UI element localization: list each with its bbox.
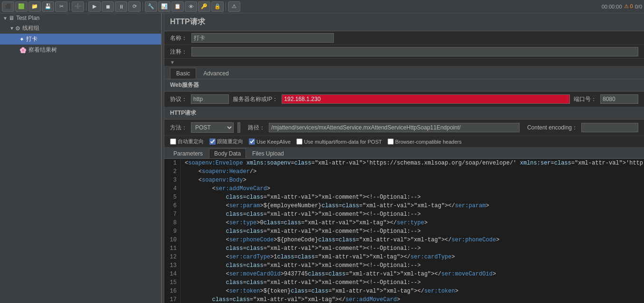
line-content-13: class=class="xml-attr-val">"xml-comment"… (185, 261, 644, 270)
view-results-icon: 🌸 (19, 47, 27, 54)
keep-alive-checkbox[interactable] (249, 138, 255, 145)
toolbar-report[interactable]: 📋 (171, 1, 184, 12)
code-line-17: 17 class=class="xml-attr-val">"xml-tag">… (164, 295, 644, 303)
toolbar-settings[interactable]: 🔧 (145, 1, 157, 12)
code-editor[interactable]: 1<soapenv:Envelope xmlns:soapenv=class="… (164, 159, 644, 303)
web-server-section: Web服务器 (164, 79, 644, 92)
checkbox-browser-compat[interactable]: Browser-compatible headers (388, 138, 462, 145)
method-dropdown-arrow[interactable] (237, 122, 240, 133)
line-number-1: 1 (164, 159, 181, 167)
toolbar-run[interactable]: ▶ (88, 1, 101, 12)
line-content-9: class=class="xml-attr-val">"xml-comment"… (185, 227, 644, 236)
auto-redirect-checkbox[interactable] (170, 138, 176, 145)
line-content-4: <ser:addMoveCard> (185, 184, 644, 193)
separator-3 (142, 2, 143, 11)
toolbar-btn-1[interactable]: ⬛ (2, 1, 14, 12)
line-content-2: <soapenv:Header/> (185, 167, 644, 176)
checkbox-keep-alive[interactable]: Use KeepAlive (249, 138, 291, 145)
line-number-11: 11 (164, 244, 181, 253)
line-number-10: 10 (164, 236, 181, 244)
line-content-1: <soapenv:Envelope xmlns:soapenv=class="x… (185, 159, 644, 167)
http-request-section: HTTP请求 (164, 107, 644, 119)
method-select[interactable]: POST GET PUT DELETE (191, 122, 234, 133)
server-name-label: 服务器名称或IP： (233, 95, 278, 103)
server-row: 协议： 服务器名称或IP： 端口号： (164, 92, 644, 107)
toolbar-warning[interactable]: ⚠ (228, 1, 240, 12)
encoding-input[interactable] (581, 123, 638, 132)
code-line-8: 8 <ser:type>0class=class="xml-attr-val">… (164, 219, 644, 227)
path-label: 路径： (248, 124, 265, 132)
port-label: 端口号： (574, 95, 597, 103)
line-content-6: <ser:param>${employeeNumber}class=class=… (185, 202, 644, 210)
sidebar-item-label: Test Plan (16, 15, 39, 21)
code-line-3: 3 <soapenv:Body> (164, 176, 644, 184)
line-content-8: <ser:type>0class=class="xml-attr-val">"x… (185, 219, 644, 227)
toolbar: ⬛ 🟩 📁 💾 ✂ ➕ ▶ ⏹ ⏸ ⟳ 🔧 📊 📋 👁 🔑 🔒 ⚠ 00:00:… (0, 0, 644, 13)
server-name-input[interactable] (282, 94, 570, 104)
toolbar-time: 00:00:00 (602, 4, 622, 9)
path-input[interactable] (269, 123, 520, 132)
checkbox-follow-redirect[interactable]: 跟随重定向 (209, 138, 243, 145)
sidebar-item-punch-card[interactable]: ✦ 打卡 (0, 34, 161, 45)
browser-compat-checkbox[interactable] (388, 138, 394, 145)
sidebar-item-test-plan[interactable]: ▼ 🖥 Test Plan (0, 13, 161, 23)
sidebar-item-thread-group[interactable]: ▼ ⚙ 线程组 (0, 23, 161, 34)
name-input[interactable] (191, 33, 334, 43)
comment-label: 注释： (170, 48, 191, 56)
port-input[interactable] (600, 94, 638, 104)
tab-advanced[interactable]: Advanced (197, 68, 235, 79)
code-line-15: 15 class=class="xml-attr-val">"xml-comme… (164, 278, 644, 287)
collapse-arrow[interactable]: ▼ (164, 59, 644, 66)
toolbar-btn-3[interactable]: 📁 (28, 1, 41, 12)
line-number-17: 17 (164, 295, 181, 303)
toolbar-key[interactable]: 🔑 (198, 1, 210, 12)
toolbar-pause[interactable]: ⏸ (115, 1, 127, 12)
line-content-10: <ser:phoneCode>${phoneCode}class=class="… (185, 236, 644, 244)
code-line-12: 12 <ser:cardType>1class=class="xml-attr-… (164, 253, 644, 261)
tab-basic[interactable]: Basic (170, 68, 196, 79)
code-line-10: 10 <ser:phoneCode>${phoneCode}class=clas… (164, 236, 644, 244)
code-line-9: 9 class=class="xml-attr-val">"xml-commen… (164, 227, 644, 236)
punch-card-icon: ✦ (19, 36, 24, 43)
toolbar-counter: 0/0 (635, 4, 642, 9)
method-label: 方法： (170, 124, 187, 132)
toolbar-btn-4[interactable]: 💾 (42, 1, 54, 12)
line-number-3: 3 (164, 176, 181, 184)
code-line-2: 2 <soapenv:Header/> (164, 167, 644, 176)
follow-redirect-label: 跟随重定向 (217, 138, 243, 145)
checkbox-multipart[interactable]: Use multipart/form-data for POST (296, 138, 382, 145)
sidebar-item-label-4: 察看结果树 (28, 46, 57, 54)
toolbar-chart[interactable]: 📊 (158, 1, 170, 12)
toolbar-stop[interactable]: ⏹ (102, 1, 114, 12)
sub-tab-body-data[interactable]: Body Data (209, 148, 246, 158)
checkbox-auto-redirect[interactable]: 自动重定向 (170, 138, 204, 145)
code-line-7: 7 class=class="xml-attr-val">"xml-commen… (164, 210, 644, 219)
protocol-input[interactable] (191, 94, 229, 104)
sidebar-item-label-3: 打卡 (26, 35, 38, 43)
comment-row: 注释： (164, 45, 644, 59)
test-plan-icon: 🖥 (9, 15, 14, 21)
auto-redirect-label: 自动重定向 (178, 138, 204, 145)
sidebar-item-view-results[interactable]: 🌸 察看结果树 (0, 45, 161, 55)
line-number-6: 6 (164, 202, 181, 210)
toolbar-btn-add[interactable]: ➕ (72, 1, 84, 12)
toolbar-lock[interactable]: 🔒 (211, 1, 224, 12)
sub-tab-parameters[interactable]: Parameters (168, 148, 208, 158)
line-content-15: class=class="xml-attr-val">"xml-comment"… (185, 278, 644, 287)
toolbar-btn-5[interactable]: ✂ (55, 1, 67, 12)
sub-tab-files-upload[interactable]: Files Upload (247, 148, 289, 158)
comment-input[interactable] (191, 47, 638, 56)
arrow-icon-3 (17, 37, 19, 42)
toolbar-btn-2[interactable]: 🟩 (15, 1, 28, 12)
toolbar-eye[interactable]: 👁 (185, 1, 197, 12)
toolbar-clear[interactable]: ⟳ (128, 1, 141, 12)
thread-group-icon: ⚙ (15, 25, 20, 32)
line-number-7: 7 (164, 210, 181, 219)
encoding-label: Content encoding： (527, 124, 578, 132)
browser-compat-label: Browser-compatible headers (395, 139, 462, 145)
line-number-12: 12 (164, 253, 181, 261)
follow-redirect-checkbox[interactable] (209, 138, 216, 145)
line-number-2: 2 (164, 167, 181, 176)
multipart-checkbox[interactable] (296, 138, 303, 145)
name-label: 名称： (170, 34, 191, 42)
